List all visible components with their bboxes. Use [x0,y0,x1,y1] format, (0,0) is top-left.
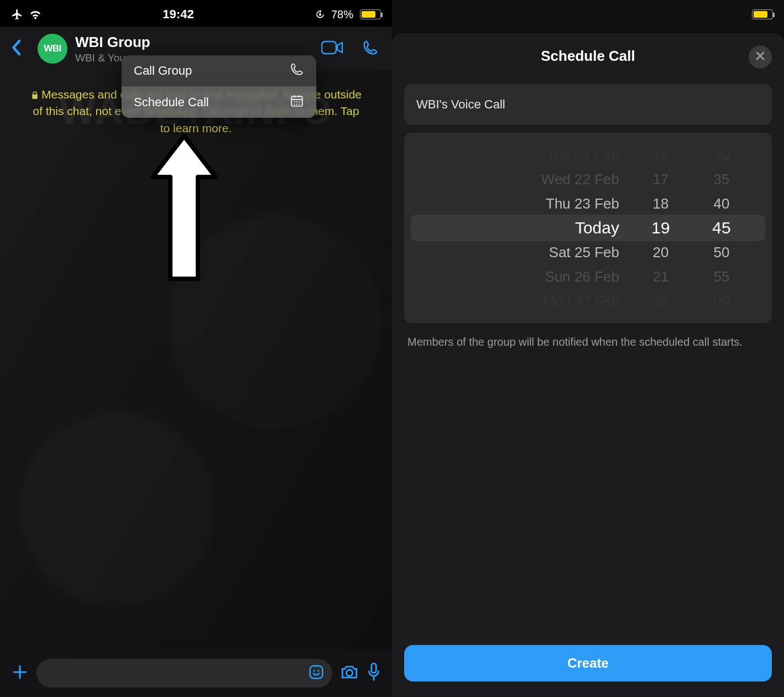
battery-percent: 78% [331,8,353,21]
message-input[interactable] [36,659,332,688]
svg-point-10 [296,103,297,105]
svg-point-9 [294,103,295,105]
picker-row[interactable]: Mon 27 Feb 22 00 [404,289,772,313]
calendar-icon [290,93,304,111]
schedule-note: Members of the group will be notified wh… [404,334,772,350]
picker-row-selected[interactable]: Today 19 45 [404,216,772,240]
orientation-lock-icon [315,9,326,20]
call-options-popover: Call Group Schedule Call [122,55,316,118]
close-button[interactable] [749,45,772,69]
svg-rect-16 [372,663,377,673]
voice-call-button[interactable] [362,39,379,58]
airplane-mode-icon [11,8,23,20]
svg-rect-12 [310,666,323,679]
call-name-input[interactable]: WBI's Voice Call [404,84,772,125]
battery-icon [360,9,381,19]
lock-icon [30,91,39,100]
svg-rect-0 [319,13,321,15]
call-name-value: WBI's Voice Call [416,97,505,112]
picker-row[interactable]: Sat 25 Feb 20 50 [404,240,772,264]
picker-row[interactable]: Tue 21 Feb 16 30 [404,143,772,167]
chat-title: WBI Group [75,34,318,51]
svg-point-6 [294,101,295,102]
svg-point-8 [299,101,300,102]
mic-button[interactable] [367,663,381,684]
svg-point-11 [299,103,300,105]
schedule-call-modal: Schedule Call WBI's Voice Call Tue 21 Fe… [392,33,784,697]
svg-point-7 [296,101,297,102]
picker-row[interactable]: Sun 26 Feb 21 55 [404,264,772,289]
message-input-bar [0,649,392,697]
picker-row[interactable]: Thu 23 Feb 18 40 [404,191,772,216]
phone-icon [290,62,304,80]
create-button[interactable]: Create [404,645,772,682]
svg-point-14 [317,670,319,672]
create-button-label: Create [567,656,609,671]
wifi-icon [29,9,42,20]
annotation-arrow-icon [145,129,223,292]
picker-row[interactable]: Wed 22 Feb 17 35 [404,167,772,191]
svg-point-13 [313,670,315,672]
group-avatar[interactable]: WBI [38,34,67,64]
popover-item-label: Schedule Call [134,95,209,110]
battery-icon [752,9,773,19]
video-call-button[interactable] [321,39,343,58]
status-bar: 19:42 78% [0,0,392,27]
popover-item-call-group[interactable]: Call Group [122,55,316,86]
status-clock: 19:42 [163,7,194,22]
svg-rect-1 [322,41,336,54]
camera-button[interactable] [340,664,359,683]
svg-point-15 [346,670,352,676]
popover-item-schedule-call[interactable]: Schedule Call [122,87,316,118]
datetime-picker[interactable]: Tue 21 Feb 16 30 Wed 22 Feb 17 35 Thu 23… [404,133,772,323]
sticker-icon[interactable] [308,664,325,683]
close-icon [755,50,766,64]
attach-button[interactable] [11,663,29,683]
popover-item-label: Call Group [134,64,192,78]
back-button[interactable] [10,39,34,58]
modal-title: Schedule Call [541,48,635,65]
